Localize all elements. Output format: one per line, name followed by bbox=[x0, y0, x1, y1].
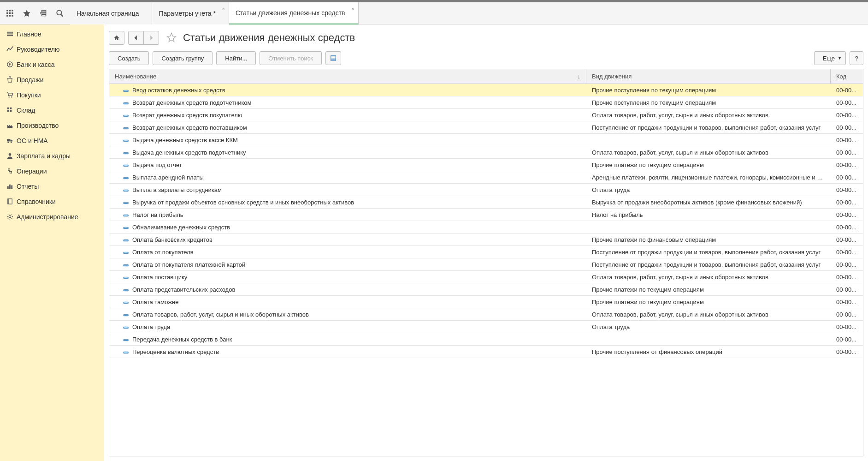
table-header: Наименование↓ Вид движения Код bbox=[109, 69, 863, 84]
svg-rect-52 bbox=[124, 190, 129, 192]
tabs-container: Начальная страницаПараметры учета *×Стат… bbox=[70, 2, 359, 24]
svg-rect-47 bbox=[124, 153, 128, 153]
sidebar-item-warehouse[interactable]: Склад bbox=[0, 102, 104, 118]
create-group-button[interactable]: Создать группу bbox=[153, 51, 213, 65]
favorite-icon[interactable] bbox=[166, 32, 177, 43]
svg-rect-57 bbox=[124, 215, 128, 216]
svg-rect-6 bbox=[6, 15, 8, 16]
cell-code: 00-00... bbox=[831, 162, 863, 168]
svg-rect-39 bbox=[124, 103, 128, 103]
sidebar-item-admin[interactable]: Администрирование bbox=[0, 209, 104, 224]
table-row[interactable]: Передача денежных средств в банк00-00... bbox=[109, 333, 863, 346]
cell-code: 00-00... bbox=[831, 149, 863, 156]
table-row[interactable]: Оплата представительских расходовПрочие … bbox=[109, 283, 863, 296]
item-icon bbox=[123, 349, 130, 354]
table-row[interactable]: Налог на прибыльНалог на прибыль00-00... bbox=[109, 209, 863, 221]
coin-icon: ₽ bbox=[6, 61, 17, 68]
table-row[interactable]: Возврат денежных средств подотчетникомПр… bbox=[109, 96, 863, 109]
table-row[interactable]: Выплата зарплаты сотрудникамОплата труда… bbox=[109, 184, 863, 196]
table-row[interactable]: Оплата от покупателяПоступление от прода… bbox=[109, 246, 863, 258]
sidebar-item-os[interactable]: ОС и НМА bbox=[0, 133, 104, 148]
home-button[interactable] bbox=[109, 31, 124, 45]
sidebar-item-operations[interactable]: Операции bbox=[0, 163, 104, 179]
item-icon bbox=[123, 100, 130, 105]
sidebar-item-reports[interactable]: Отчеты bbox=[0, 179, 104, 194]
tab-1[interactable]: Параметры учета *× bbox=[152, 2, 229, 24]
item-icon bbox=[123, 225, 130, 229]
sidebar-item-label: Операции bbox=[17, 168, 47, 175]
svg-rect-20 bbox=[7, 110, 9, 112]
table-row[interactable]: Выплата арендной платыАрендные платежи, … bbox=[109, 171, 863, 184]
svg-rect-46 bbox=[124, 152, 129, 154]
item-icon bbox=[123, 138, 130, 142]
tab-2[interactable]: Статьи движения денежных средств× bbox=[229, 2, 359, 24]
sidebar-item-main[interactable]: Главное bbox=[0, 26, 104, 42]
table-row[interactable]: Ввод остатков денежных средствПрочие пос… bbox=[109, 84, 863, 96]
close-icon[interactable]: × bbox=[351, 6, 354, 12]
tab-0[interactable]: Начальная страница bbox=[70, 2, 152, 24]
find-button[interactable]: Найти... bbox=[216, 51, 256, 65]
close-icon[interactable]: × bbox=[222, 6, 225, 12]
svg-text:₽: ₽ bbox=[9, 62, 11, 66]
table-row[interactable]: Оплата банковских кредитовПрочие платежи… bbox=[109, 233, 863, 246]
svg-rect-44 bbox=[124, 140, 129, 142]
cell-name: Ввод остатков денежных средств bbox=[132, 87, 225, 94]
sidebar-item-refs[interactable]: Справочники bbox=[0, 194, 104, 209]
column-header-name[interactable]: Наименование↓ bbox=[109, 69, 586, 84]
search-icon[interactable] bbox=[52, 5, 68, 22]
toolbar: Создать Создать группу Найти... Отменить… bbox=[104, 48, 868, 69]
help-button[interactable]: ? bbox=[850, 51, 863, 65]
list-mode-button[interactable] bbox=[325, 51, 341, 65]
sidebar-item-label: Главное bbox=[17, 30, 41, 38]
apps-icon[interactable] bbox=[2, 5, 18, 22]
cell-code: 00-00... bbox=[831, 99, 863, 106]
svg-point-23 bbox=[7, 142, 9, 143]
sidebar-item-purchases[interactable]: Покупки bbox=[0, 87, 104, 102]
table-row[interactable]: Выдача денежных средств кассе ККМ00-00..… bbox=[109, 134, 863, 146]
table-row[interactable]: Оплата от покупателя платежной картойПос… bbox=[109, 258, 863, 271]
svg-rect-59 bbox=[124, 228, 128, 228]
nav-back-button[interactable] bbox=[128, 31, 144, 45]
create-button[interactable]: Создать bbox=[109, 51, 149, 65]
menu-icon bbox=[6, 30, 17, 38]
item-icon bbox=[123, 337, 130, 341]
history-icon[interactable] bbox=[35, 5, 52, 22]
item-icon bbox=[123, 200, 130, 204]
svg-rect-8 bbox=[12, 15, 13, 16]
more-button[interactable]: Еще▼ bbox=[814, 51, 846, 65]
table-row[interactable]: Оплата таможнеПрочие платежи по текущим … bbox=[109, 296, 863, 308]
nav-forward-button[interactable] bbox=[143, 31, 159, 45]
table-row[interactable]: Выдача под отчетПрочие платежи по текущи… bbox=[109, 159, 863, 171]
sidebar-item-hr[interactable]: Зарплата и кадры bbox=[0, 148, 104, 163]
table-row[interactable]: Выручка от продажи объектов основных сре… bbox=[109, 196, 863, 209]
table-row[interactable]: Оплата товаров, работ, услуг, сырья и ин… bbox=[109, 308, 863, 321]
table-row[interactable]: Оплата трудаОплата труда00-00... bbox=[109, 321, 863, 333]
item-icon bbox=[123, 287, 130, 292]
item-icon bbox=[123, 187, 130, 192]
sidebar-item-production[interactable]: Производство bbox=[0, 118, 104, 133]
table-row[interactable]: Оплата поставщикуОплата товаров, работ, … bbox=[109, 271, 863, 283]
svg-rect-38 bbox=[124, 102, 129, 104]
column-header-code[interactable]: Код bbox=[831, 69, 863, 84]
sidebar-item-manager[interactable]: Руководителю bbox=[0, 42, 104, 57]
cancel-search-button[interactable]: Отменить поиск bbox=[260, 51, 322, 65]
column-header-type[interactable]: Вид движения bbox=[586, 69, 831, 84]
table-row[interactable]: Выдача денежных средств подотчетникуОпла… bbox=[109, 146, 863, 159]
table-row[interactable]: Возврат денежных средств поставщикомПост… bbox=[109, 121, 863, 134]
sidebar-item-label: Справочники bbox=[17, 198, 56, 205]
svg-rect-7 bbox=[9, 15, 11, 16]
table-row[interactable]: Переоценка валютных средствПрочие поступ… bbox=[109, 346, 863, 358]
table-row[interactable]: Обналичивание денежных средств00-00... bbox=[109, 221, 863, 233]
table-row[interactable]: Возврат денежных средств покупателюОплат… bbox=[109, 109, 863, 121]
cell-type: Прочие платежи по текущим операциям bbox=[586, 286, 831, 293]
svg-rect-53 bbox=[124, 190, 128, 191]
cell-code: 00-00... bbox=[831, 186, 863, 193]
tab-label: Параметры учета * bbox=[159, 10, 216, 17]
sidebar: ГлавноеРуководителю₽Банк и кассаПродажиП… bbox=[0, 24, 104, 461]
book-icon bbox=[6, 198, 17, 205]
cell-code: 00-00... bbox=[831, 87, 863, 94]
star-icon[interactable] bbox=[18, 5, 35, 22]
sidebar-item-sales[interactable]: Продажи bbox=[0, 72, 104, 87]
sidebar-item-label: Руководителю bbox=[17, 46, 59, 53]
sidebar-item-bank[interactable]: ₽Банк и касса bbox=[0, 57, 104, 72]
